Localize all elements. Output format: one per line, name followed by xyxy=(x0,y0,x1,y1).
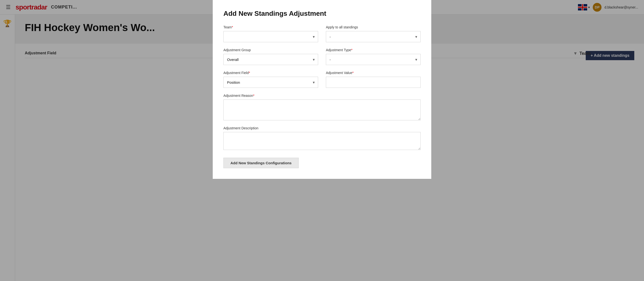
team-select-wrapper xyxy=(224,31,318,42)
adjustment-group-select[interactable]: Overall xyxy=(224,54,318,65)
adjustment-field-label: Adjustment Field* xyxy=(224,71,318,75)
team-required-star: * xyxy=(232,25,233,29)
form-group-adjustment-value: Adjustment Value* xyxy=(326,71,420,88)
adjustment-value-required-star: * xyxy=(352,71,354,75)
adjustment-description-label: Adjustment Description xyxy=(224,126,420,130)
adjustment-type-select-wrapper: - xyxy=(326,54,420,65)
apply-to-all-select-wrapper: - xyxy=(326,31,420,42)
form-row-4: Adjustment Reason* xyxy=(224,94,420,120)
form-group-apply-to-all: Apply to all standings - xyxy=(326,25,420,42)
form-group-adjustment-description: Adjustment Description xyxy=(224,126,420,150)
form-group-adjustment-field: Adjustment Field* Position xyxy=(224,71,318,88)
form-group-team: Team* xyxy=(224,25,318,42)
team-select[interactable] xyxy=(224,31,318,42)
adjustment-group-label: Adjustment Group xyxy=(224,48,318,52)
adjustment-reason-required-star: * xyxy=(253,94,254,98)
team-label: Team* xyxy=(224,25,318,29)
adjustment-field-select[interactable]: Position xyxy=(224,77,318,88)
adjustment-group-select-wrapper: Overall xyxy=(224,54,318,65)
form-row-5: Adjustment Description xyxy=(224,126,420,150)
adjustment-value-label: Adjustment Value* xyxy=(326,71,420,75)
modal-title: Add New Standings Adjustment xyxy=(224,10,420,17)
adjustment-description-textarea[interactable] xyxy=(224,132,420,150)
form-row-2: Adjustment Group Overall Adjustment Type… xyxy=(224,48,420,65)
adjustment-reason-textarea[interactable] xyxy=(224,99,420,120)
apply-to-all-label: Apply to all standings xyxy=(326,25,420,29)
adjustment-type-label: Adjustment Type* xyxy=(326,48,420,52)
form-group-adjustment-reason: Adjustment Reason* xyxy=(224,94,420,120)
adjustment-reason-label: Adjustment Reason* xyxy=(224,94,420,98)
form-group-adjustment-group: Adjustment Group Overall xyxy=(224,48,318,65)
form-row-1: Team* Apply to all standings - xyxy=(224,25,420,42)
adjustment-field-required-star: * xyxy=(249,71,250,75)
adjustment-type-required-star: * xyxy=(351,48,352,52)
adjustment-field-select-wrapper: Position xyxy=(224,77,318,88)
modal-overlay: Add New Standings Adjustment Team* Apply… xyxy=(0,0,644,281)
adjustment-type-select[interactable]: - xyxy=(326,54,420,65)
form-group-adjustment-type: Adjustment Type* - xyxy=(326,48,420,65)
form-row-3: Adjustment Field* Position Adjustment Va… xyxy=(224,71,420,88)
adjustment-value-input[interactable] xyxy=(326,77,420,88)
apply-to-all-select[interactable]: - xyxy=(326,31,420,42)
submit-button[interactable]: Add New Standings Configurations xyxy=(224,158,299,168)
modal: Add New Standings Adjustment Team* Apply… xyxy=(213,0,431,179)
